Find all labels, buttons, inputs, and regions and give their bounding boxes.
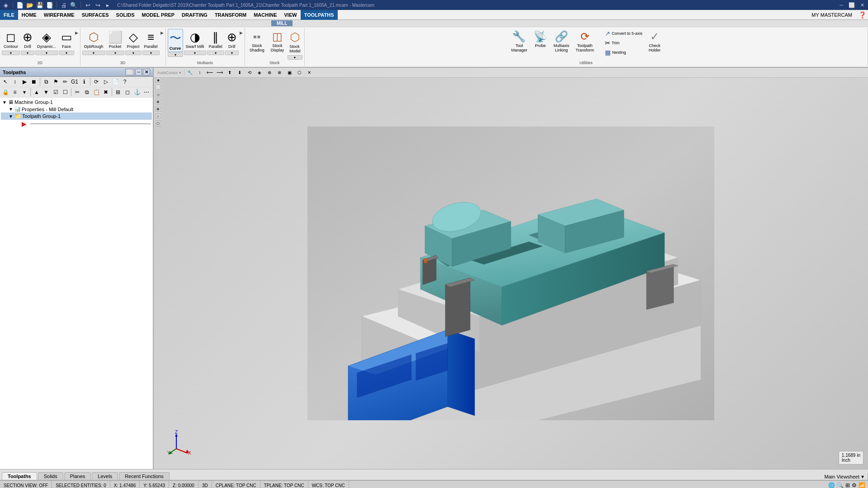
tree-machine-group[interactable]: ▼ 🖥 Machine Group-1 (1, 99, 152, 106)
layers-btn[interactable]: ⧉ (42, 77, 51, 86)
open-btn[interactable]: 📂 (26, 1, 34, 9)
help-btn[interactable]: ❓ (857, 11, 868, 19)
stock-shading-btn[interactable]: ▪▪ StockShading (247, 29, 267, 54)
run-btn[interactable]: ▶ (20, 77, 29, 86)
shape-btn[interactable]: ◻ (123, 88, 132, 97)
drill-btn[interactable]: ⊕ Drill ▾ (21, 29, 34, 55)
tree-toolpath-group[interactable]: ▼ 📁 Toolpath Group-1 (1, 113, 152, 120)
parallel-3d-btn[interactable]: ≡ Parallel ▾ (142, 29, 160, 55)
status-zoom-icon[interactable]: ⊞ (845, 482, 850, 488)
select-btn[interactable]: ↖ (1, 77, 10, 86)
vp-tool8[interactable]: ◈ (255, 68, 264, 77)
dynamic-btn[interactable]: ◈ Dynamic... ▾ (35, 29, 58, 55)
cut-btn[interactable]: ✂ (73, 88, 82, 97)
curve-btn[interactable]: 〜 Curve ▾ (168, 29, 183, 57)
model-area[interactable]: Z X Y (154, 78, 868, 469)
2d-more-btn[interactable]: ▸ (75, 29, 78, 36)
dd-btn[interactable]: ▾ (20, 88, 29, 97)
face-btn[interactable]: ▭ Face ▾ (59, 29, 74, 55)
toolpath-transform-btn[interactable]: ⟳ ToolpathTransform (573, 29, 597, 54)
menu-modelprep[interactable]: MODEL PREP (138, 10, 179, 20)
expand-btn[interactable]: ≡ (10, 88, 19, 97)
vp-tool4[interactable]: ⟶ (215, 68, 224, 77)
zoom-btn[interactable]: 🔍 (70, 1, 78, 9)
menu-transform[interactable]: TRANSFORM (211, 10, 250, 20)
vp-tool7[interactable]: ⟲ (245, 68, 254, 77)
group-btn[interactable]: ⊞ (113, 88, 123, 97)
status-settings-icon[interactable]: ⚙ (852, 482, 857, 488)
drill-multiaxis-btn[interactable]: ⊕ Drill ▾ (225, 29, 239, 55)
vp-tool10[interactable]: ⊗ (275, 68, 284, 77)
vp-tool1[interactable]: 🔧 (185, 68, 194, 77)
probe-btn[interactable]: 📡 Probe (531, 29, 550, 49)
tab-recent[interactable]: Recent Functions (119, 472, 170, 480)
help-tb-btn[interactable]: ? (120, 77, 129, 86)
vp-tool2[interactable]: ↕ (195, 68, 204, 77)
copy-btn[interactable]: ⧉ (82, 88, 91, 97)
menu-solids[interactable]: SOLIDS (113, 10, 138, 20)
menu-file[interactable]: FILE (0, 10, 18, 20)
save-as-btn[interactable]: 📑 (46, 1, 54, 9)
regen-btn[interactable]: ⟳ (92, 77, 101, 86)
uncheck-btn[interactable]: ☐ (61, 88, 70, 97)
panel-float-btn[interactable]: ⬜ (125, 69, 134, 75)
menu-toolpaths[interactable]: TOOLPATHS (301, 10, 338, 20)
stock-display-btn[interactable]: ◫ StockDisplay (268, 29, 287, 54)
tab-levels[interactable]: Levels (92, 472, 118, 480)
close-btn[interactable]: ✕ (859, 2, 866, 8)
redo-btn[interactable]: ↪ (94, 1, 102, 9)
contour-btn[interactable]: ◻ Contour ▾ (2, 29, 20, 55)
nesting-btn[interactable]: ▦ Nesting (603, 48, 645, 57)
3d-more-btn[interactable]: ▸ (160, 29, 164, 36)
save-btn[interactable]: 💾 (36, 1, 44, 9)
print-btn[interactable]: 🖨 (60, 1, 68, 9)
tab-planes[interactable]: Planes (64, 472, 91, 480)
tree-play-item[interactable]: ▶ (1, 120, 152, 128)
parallel-multiaxis-btn[interactable]: ∥ Parallel ▾ (207, 29, 224, 55)
multiaxis-linking-btn[interactable]: 🔗 MultiaxisLinking (551, 29, 572, 54)
flag-btn[interactable]: ⚑ (51, 77, 60, 86)
undo-btn[interactable]: ↩ (84, 1, 92, 9)
delete-btn[interactable]: ✖ (101, 88, 110, 97)
paste-btn[interactable]: 📋 (92, 88, 101, 97)
check-holder-btn[interactable]: ✓ CheckHolder (646, 29, 664, 54)
menu-surfaces[interactable]: SURFACES (78, 10, 113, 20)
status-globe-icon[interactable]: 🌐 (828, 482, 835, 488)
vp-tool5[interactable]: ⬆ (225, 68, 234, 77)
post-btn[interactable]: 📄 (111, 77, 120, 86)
my-mastercam-link[interactable]: MY MASTERCAM (807, 11, 857, 19)
vp-tool13[interactable]: ✕ (305, 68, 314, 77)
up-btn[interactable]: ▲ (32, 88, 41, 97)
menu-view[interactable]: VIEW (281, 10, 301, 20)
sim-btn[interactable]: ▷ (101, 77, 110, 86)
vp-tool9[interactable]: ⊕ (265, 68, 274, 77)
more-btn[interactable]: ▸ (104, 1, 112, 9)
status-search-icon[interactable]: 🔍 (837, 482, 844, 488)
swarf-btn[interactable]: ◑ Swarf Milli ▾ (184, 29, 206, 55)
info-btn[interactable]: ℹ (80, 77, 89, 86)
new-btn[interactable]: 📄 (16, 1, 24, 9)
panel-minimize-btn[interactable]: ─ (135, 69, 142, 75)
restore-btn[interactable]: ⬜ (847, 2, 857, 8)
tab-solids[interactable]: Solids (38, 472, 63, 480)
menu-home[interactable]: HOME (18, 10, 40, 20)
arrow-btn[interactable]: ↕ (10, 77, 19, 86)
check-all-btn[interactable]: ☑ (51, 88, 60, 97)
vp-tool12[interactable]: ⬡ (295, 68, 304, 77)
menu-drafting[interactable]: DRAFTING (178, 10, 211, 20)
menu-machine[interactable]: MACHINE (250, 10, 280, 20)
tab-toolpaths[interactable]: Toolpaths (2, 472, 37, 480)
project-btn[interactable]: ◇ Project ▾ (125, 29, 142, 55)
viewsheet-dropdown-btn[interactable]: ▾ (861, 474, 864, 480)
optirough-btn[interactable]: ⬡ OptiRough ▾ (82, 29, 105, 55)
tree-properties[interactable]: ▼ 📊 Properties - Mill Default (1, 106, 152, 113)
anchor-btn[interactable]: ⚓ (132, 88, 142, 97)
vp-tool6[interactable]: ⬇ (235, 68, 244, 77)
minimize-btn[interactable]: ─ (838, 2, 845, 8)
menu-wireframe[interactable]: WIREFRAME (40, 10, 78, 20)
lock-btn[interactable]: 🔒 (1, 88, 10, 97)
edit-btn[interactable]: ✏ (61, 77, 70, 86)
convert-5axis-btn[interactable]: ↗ Convert to 5-axis (603, 29, 645, 38)
vp-tool11[interactable]: ▣ (285, 68, 294, 77)
status-wifi-icon[interactable]: 📶 (859, 482, 865, 488)
